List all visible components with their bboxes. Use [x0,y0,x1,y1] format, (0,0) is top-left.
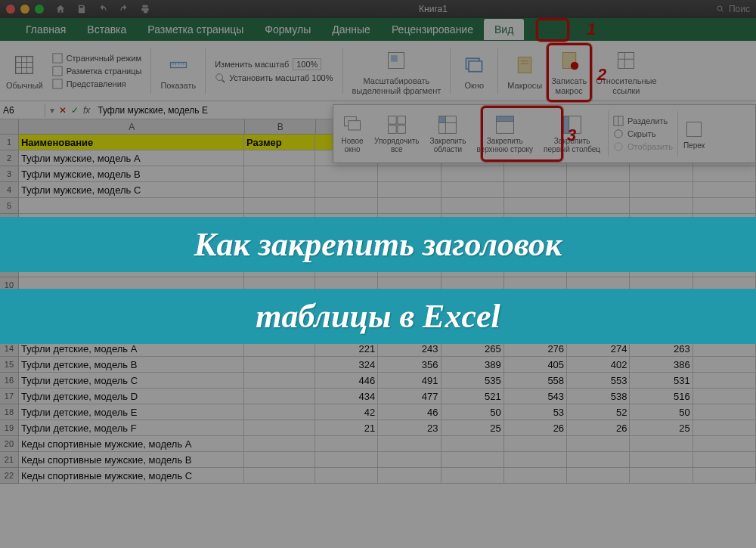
cell[interactable]: 26 [504,420,567,436]
cell[interactable]: Туфли детские, модель D [19,389,244,404]
cell[interactable] [693,166,756,182]
cell[interactable] [378,198,441,214]
cell[interactable] [630,436,692,452]
macros-button[interactable]: Макросы [507,51,542,90]
cell[interactable] [19,198,244,214]
cell[interactable]: 543 [504,389,567,404]
cell[interactable]: 25 [442,420,504,436]
cell[interactable] [244,452,315,468]
page-layout-view[interactable]: Разметка страницы [52,66,142,76]
cell[interactable] [244,468,315,484]
cell[interactable]: 21 [315,420,378,436]
window-button[interactable]: Окно [460,51,488,90]
fx-icon[interactable]: fx [83,105,90,116]
cell[interactable] [315,436,378,452]
cell[interactable] [442,182,504,198]
row-header-21[interactable]: 21 [0,452,19,468]
cell[interactable]: 477 [378,389,441,404]
cell[interactable]: Туфли детские, модель B [19,357,244,373]
freeze-panes-button[interactable]: Закрепитьобласти [427,113,469,155]
cell[interactable] [693,452,756,468]
show-button[interactable]: Показать [160,51,196,90]
cell[interactable] [315,182,378,198]
cell[interactable]: Кеды спортивные мужские, модель C [19,468,244,484]
redo-icon[interactable] [119,4,129,14]
cell[interactable] [693,182,756,198]
cell[interactable]: Кеды спортивные мужские, модель B [19,452,244,468]
cell[interactable] [567,452,630,468]
cell[interactable]: 52 [567,404,630,420]
cell[interactable] [244,166,315,182]
cell[interactable]: 53 [504,404,567,420]
cell[interactable]: 558 [504,373,567,389]
cell[interactable] [378,182,441,198]
cell[interactable]: Туфли детские, модель C [19,373,244,389]
row-header-20[interactable]: 20 [0,436,19,452]
cell[interactable] [442,198,504,214]
search-box[interactable]: Поис [716,4,750,14]
row-header-15[interactable]: 15 [0,357,19,373]
cell[interactable] [693,420,756,436]
cell[interactable]: 50 [442,404,504,420]
row-header-16[interactable]: 16 [0,373,19,389]
cell[interactable]: 538 [567,389,630,404]
cell[interactable] [630,166,692,182]
save-icon[interactable] [76,4,87,14]
minimize-button[interactable] [20,5,29,14]
cell[interactable] [567,198,630,214]
tab-review[interactable]: Рецензирование [381,19,484,40]
cell[interactable] [567,166,630,182]
cell[interactable] [630,198,692,214]
cell[interactable]: 434 [315,389,378,404]
normal-view-button[interactable]: Обычный [6,51,43,90]
cell[interactable]: 531 [630,373,692,389]
cell[interactable] [442,468,504,484]
cell[interactable] [693,373,756,389]
cell[interactable]: 446 [315,373,378,389]
cell[interactable]: 386 [630,357,692,373]
cell[interactable] [630,468,692,484]
row-header-17[interactable]: 17 [0,389,19,404]
cell[interactable]: 25 [630,420,692,436]
row-header-19[interactable]: 19 [0,420,19,436]
row-header-5[interactable]: 5 [0,198,19,214]
cell[interactable] [630,452,692,468]
cell[interactable] [567,436,630,452]
cell[interactable]: 324 [315,357,378,373]
row-header-4[interactable]: 4 [0,182,19,198]
cancel-icon[interactable]: ✕ [59,105,67,116]
cell[interactable] [244,182,315,198]
record-macro-button[interactable]: Записатьмакрос [551,46,587,94]
cell[interactable] [693,389,756,404]
zoom-selection-button[interactable]: Масштабироватьвыделенный фрагмент [352,46,442,94]
undo-icon[interactable] [98,4,108,14]
cell[interactable] [442,436,504,452]
col-header-A[interactable]: A [19,119,245,135]
tab-home[interactable]: Главная [15,19,76,40]
cell[interactable] [244,198,315,214]
cell[interactable]: Размер [244,135,315,150]
cell[interactable]: 553 [567,373,630,389]
tab-page-layout[interactable]: Разметка страницы [137,19,254,40]
cell[interactable]: 356 [378,357,441,373]
cell[interactable] [693,404,756,420]
cell[interactable] [504,452,567,468]
cell[interactable]: 42 [315,404,378,420]
cell[interactable] [378,468,441,484]
cell[interactable] [693,436,756,452]
cell[interactable] [244,373,315,389]
cell[interactable]: 535 [442,373,504,389]
col-header-B[interactable]: B [245,119,316,135]
formula-dropdown-icon[interactable]: ▾ [50,105,54,116]
maximize-button[interactable] [35,5,44,14]
cell[interactable] [504,436,567,452]
cell[interactable] [504,198,567,214]
cell[interactable]: Туфли мужские, модель B [19,166,244,182]
home-icon[interactable] [55,4,66,14]
cell[interactable] [244,404,315,420]
cell[interactable]: Кеды спортивные мужские, модель A [19,436,244,452]
cell[interactable] [378,166,441,182]
freeze-top-row-button[interactable]: Закрепитьверхнюю строку [473,113,536,155]
cell[interactable]: 389 [442,357,504,373]
cell[interactable]: Туфли детские, модель F [19,420,244,436]
